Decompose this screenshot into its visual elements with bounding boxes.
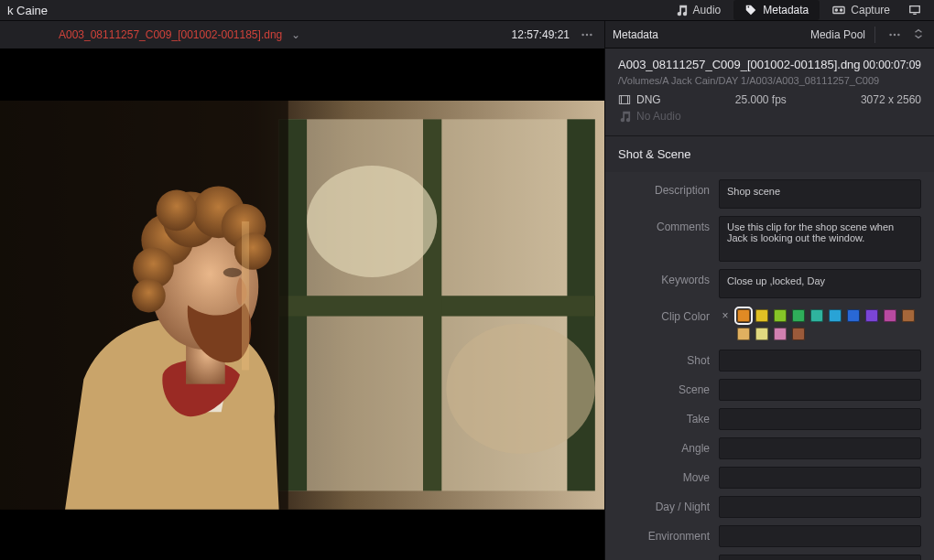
color-swatch[interactable] xyxy=(847,309,860,322)
svg-point-30 xyxy=(897,33,899,35)
daynight-label: Day / Night xyxy=(618,496,710,513)
color-swatch[interactable] xyxy=(884,309,896,322)
description-label: Description xyxy=(618,179,710,197)
color-swatch[interactable] xyxy=(737,328,750,340)
panel-options-button[interactable] xyxy=(885,27,905,43)
svg-point-18 xyxy=(223,268,242,277)
clip-duration: 00:00:07:09 xyxy=(863,59,921,71)
color-swatch[interactable] xyxy=(755,309,768,322)
expand-panel-button[interactable] xyxy=(912,27,927,42)
svg-point-26 xyxy=(157,190,198,232)
svg-point-14 xyxy=(446,324,594,454)
clear-color-button[interactable]: × xyxy=(719,309,732,322)
environment-label: Environment xyxy=(618,525,710,543)
monitor-button[interactable] xyxy=(903,0,927,20)
color-swatch[interactable] xyxy=(792,309,805,322)
metadata-tab[interactable]: Metadata xyxy=(733,0,820,20)
svg-point-1 xyxy=(835,8,839,12)
clip-filepath: /Volumes/A Jack Cain/DAY 1/A003/A003_081… xyxy=(618,75,921,86)
color-swatch[interactable] xyxy=(774,309,787,322)
color-swatch[interactable] xyxy=(829,309,842,322)
media-pool-label[interactable]: Media Pool xyxy=(810,28,865,41)
svg-rect-27 xyxy=(242,221,249,370)
svg-rect-31 xyxy=(619,96,629,104)
capture-icon xyxy=(832,4,845,16)
app-topbar: k Caine Audio Metadata Capture xyxy=(0,0,934,21)
svg-point-23 xyxy=(234,232,272,270)
metadata-panel: Metadata Media Pool A003_08111257_C009_[… xyxy=(604,21,934,560)
angle-input[interactable] xyxy=(719,437,921,459)
svg-rect-12 xyxy=(423,119,441,490)
color-swatch[interactable] xyxy=(774,328,787,340)
keywords-input[interactable] xyxy=(719,269,921,298)
svg-point-13 xyxy=(307,166,437,277)
clip-filename: A003_08111257_C009_[001002-001185].dng xyxy=(618,58,861,71)
color-swatch[interactable] xyxy=(865,309,878,322)
take-label: Take xyxy=(618,408,710,425)
comments-input[interactable] xyxy=(719,216,921,262)
scene-label: Scene xyxy=(618,379,710,396)
color-swatch[interactable] xyxy=(737,309,750,322)
move-label: Move xyxy=(618,467,710,484)
svg-rect-3 xyxy=(910,6,920,13)
clip-resolution: 3072 x 2560 xyxy=(861,93,921,106)
svg-point-25 xyxy=(132,279,166,313)
svg-point-6 xyxy=(590,34,592,36)
shot-input[interactable] xyxy=(719,350,921,372)
svg-point-4 xyxy=(581,34,583,36)
clip-no-audio: No Audio xyxy=(636,110,681,123)
panel-title: Metadata xyxy=(613,28,803,41)
color-swatch[interactable] xyxy=(755,328,768,340)
daynight-input[interactable] xyxy=(719,496,921,518)
film-icon xyxy=(618,93,631,106)
svg-point-28 xyxy=(889,33,891,35)
shottype-label: Shot Type xyxy=(618,555,710,560)
clip-fps: 25.000 fps xyxy=(735,93,787,106)
viewer-clipbar: A003_08111257_C009_[001002-001185].dng ⌄… xyxy=(0,21,604,48)
viewer-frame xyxy=(0,101,604,510)
scene-input[interactable] xyxy=(719,379,921,401)
audio-tab[interactable]: Audio xyxy=(664,0,733,20)
section-shot-scene[interactable]: Shot & Scene xyxy=(605,136,934,172)
project-title: k Caine xyxy=(7,4,48,17)
svg-point-5 xyxy=(586,34,588,36)
description-input[interactable] xyxy=(719,179,921,209)
take-input[interactable] xyxy=(719,408,921,430)
angle-label: Angle xyxy=(618,437,710,455)
color-swatch[interactable] xyxy=(902,309,915,322)
environment-input[interactable] xyxy=(719,525,921,547)
source-viewer[interactable] xyxy=(0,48,604,560)
viewer-timecode: 12:57:49:21 xyxy=(512,28,570,41)
color-swatch[interactable] xyxy=(810,309,823,322)
viewer-options-button[interactable] xyxy=(577,27,597,43)
comments-label: Comments xyxy=(618,216,710,233)
keywords-label: Keywords xyxy=(618,269,710,286)
music-icon xyxy=(675,4,688,16)
move-input[interactable] xyxy=(719,467,921,489)
shottype-input[interactable] xyxy=(719,555,921,560)
capture-tab[interactable]: Capture xyxy=(821,0,901,20)
monitor-icon xyxy=(908,4,921,16)
chevron-down-icon: ⌄ xyxy=(291,28,300,41)
clipcolor-label: Clip Color xyxy=(618,306,710,323)
color-swatch[interactable] xyxy=(792,328,805,340)
shot-label: Shot xyxy=(618,350,710,367)
svg-point-29 xyxy=(894,33,896,35)
clip-name-dropdown[interactable]: A003_08111257_C009_[001002-001185].dng ⌄ xyxy=(59,28,505,41)
music-icon xyxy=(618,110,631,123)
svg-point-2 xyxy=(840,8,843,12)
tag-icon xyxy=(744,4,757,16)
clip-codec: DNG xyxy=(636,93,661,106)
